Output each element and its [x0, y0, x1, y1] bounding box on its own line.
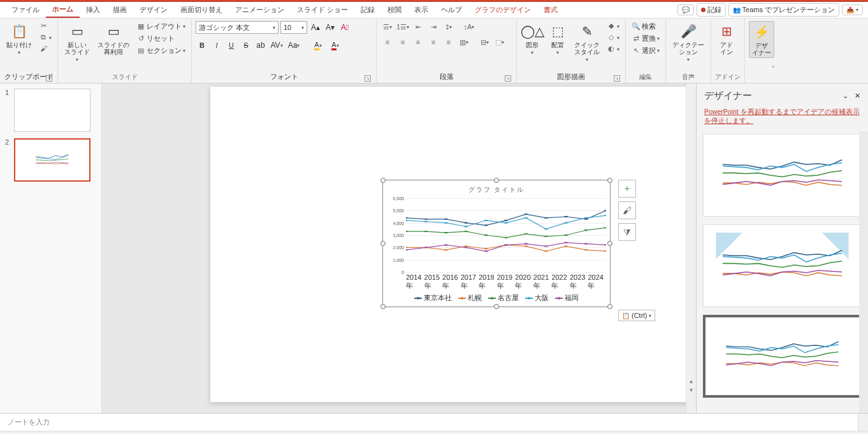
- tab-review[interactable]: 校閲: [381, 3, 408, 17]
- copy-button[interactable]: ⧉▾: [37, 33, 54, 43]
- align-right-button[interactable]: ≡: [411, 36, 425, 48]
- designer-button[interactable]: ⚡デザ イナー: [749, 21, 774, 58]
- char-spacing-button[interactable]: AV▾: [269, 39, 284, 52]
- italic-button[interactable]: I: [210, 39, 223, 52]
- highlight-button[interactable]: A▾: [310, 39, 326, 52]
- resize-handle[interactable]: [607, 178, 612, 183]
- cut-button[interactable]: ✂: [37, 21, 54, 31]
- addins-button[interactable]: ⊞アド イン: [715, 21, 738, 57]
- shape-effects-button[interactable]: ◐▾: [605, 44, 621, 54]
- tab-draw[interactable]: 描画: [106, 3, 133, 17]
- comments-button[interactable]: 💬: [677, 4, 694, 15]
- indent-inc-button[interactable]: ⇥: [426, 21, 440, 33]
- select-button[interactable]: ↖選択▾: [630, 45, 662, 56]
- resize-handle[interactable]: [380, 178, 386, 183]
- next-slide-button[interactable]: ▾: [687, 386, 695, 394]
- font-name-combo[interactable]: 游ゴシック 本文▾: [196, 21, 278, 34]
- designer-scrollbar[interactable]: [859, 131, 868, 413]
- tab-view[interactable]: 表示: [408, 3, 435, 17]
- collapse-ribbon-icon[interactable]: ⌄: [770, 62, 776, 69]
- find-button[interactable]: 🔍検索: [630, 21, 662, 32]
- justify-button[interactable]: ≡: [426, 36, 440, 48]
- resize-handle[interactable]: [380, 304, 386, 309]
- dialog-launcher-icon[interactable]: ↘: [614, 75, 620, 82]
- dialog-launcher-icon[interactable]: ↘: [505, 75, 511, 82]
- reset-button[interactable]: ↺リセット: [134, 33, 187, 44]
- bold-button[interactable]: B: [196, 39, 208, 52]
- chart-elements-button[interactable]: ＋: [618, 180, 636, 198]
- vertical-scrollbar[interactable]: [686, 83, 696, 413]
- reuse-slides-button[interactable]: ▭スライドの 再利用: [95, 21, 132, 57]
- bullets-button[interactable]: ☰▾: [380, 21, 394, 33]
- dialog-launcher-icon[interactable]: ↘: [365, 75, 371, 82]
- resize-handle[interactable]: [607, 241, 612, 246]
- tab-file[interactable]: ファイル: [5, 3, 46, 17]
- tab-slideshow[interactable]: スライド ショー: [291, 3, 354, 17]
- align-center-button[interactable]: ≡: [396, 36, 410, 48]
- chart-title[interactable]: グラフ タイトル: [387, 184, 606, 196]
- align-text-button[interactable]: ⊟▾: [477, 36, 491, 48]
- tab-animation[interactable]: アニメーション: [229, 3, 291, 17]
- increase-font-button[interactable]: A▴: [309, 21, 322, 34]
- replace-button[interactable]: ⇄置換▾: [630, 33, 662, 44]
- change-case-button[interactable]: Aa▾: [286, 39, 301, 52]
- columns-button[interactable]: ▥▾: [457, 36, 471, 48]
- new-slide-button[interactable]: ▭新しい スライド▾: [62, 21, 92, 64]
- tab-record[interactable]: 記録: [354, 3, 381, 17]
- designer-restart-link[interactable]: PowerPoint を再起動するまでアイデアの候補表示を停止します。: [697, 106, 868, 131]
- tab-transition[interactable]: 画面切り替え: [174, 3, 229, 17]
- paste-button[interactable]: 📋 貼り付け ▾: [4, 21, 34, 57]
- prev-slide-button[interactable]: ▴: [687, 377, 695, 385]
- chart-object[interactable]: グラフ タイトル 01,0002,0003,0004,0005,0006,000…: [382, 180, 611, 307]
- paste-options-button[interactable]: 📋 (Ctrl) ▾: [618, 310, 655, 321]
- shadow-button[interactable]: ab: [254, 39, 267, 52]
- tab-design[interactable]: デザイン: [133, 3, 174, 17]
- line-spacing-button[interactable]: ‡▾: [442, 21, 456, 33]
- dictate-button[interactable]: 🎤ディクテー ション▾: [670, 21, 707, 64]
- slide[interactable]: グラフ タイトル 01,0002,0003,0004,0005,0006,000…: [210, 87, 696, 402]
- numbering-button[interactable]: 1☰▾: [396, 21, 410, 33]
- tab-format[interactable]: 書式: [537, 3, 564, 17]
- tab-chart-design[interactable]: グラフのデザイン: [468, 3, 537, 17]
- arrange-button[interactable]: ⬚配置▾: [546, 21, 569, 57]
- shape-outline-button[interactable]: ◇▾: [605, 33, 621, 43]
- tab-insert[interactable]: 挿入: [80, 3, 106, 17]
- teams-present-button[interactable]: 👥 Teams でプレゼンテーション: [728, 3, 839, 17]
- share-button[interactable]: 📤 ▾: [842, 4, 863, 15]
- font-color-button[interactable]: A▾: [328, 39, 343, 52]
- quick-styles-button[interactable]: ✎クイック スタイル▾: [572, 21, 602, 64]
- resize-handle[interactable]: [494, 178, 499, 183]
- notes-scrollbar[interactable]: [858, 414, 868, 431]
- text-direction-button[interactable]: ↕A▾: [462, 21, 476, 33]
- chevron-down-icon[interactable]: ⌄: [843, 92, 848, 100]
- tab-home[interactable]: ホーム: [46, 2, 80, 18]
- close-icon[interactable]: ✕: [855, 92, 860, 100]
- distribute-button[interactable]: ≡: [442, 36, 456, 48]
- tab-help[interactable]: ヘルプ: [435, 3, 468, 17]
- underline-button[interactable]: U: [225, 39, 238, 52]
- format-painter-button[interactable]: 🖌: [37, 44, 54, 54]
- chart-styles-button[interactable]: 🖌: [618, 201, 636, 219]
- shape-fill-button[interactable]: ◆▾: [605, 21, 621, 31]
- align-left-button[interactable]: ≡: [380, 36, 394, 48]
- strike-button[interactable]: S: [240, 39, 252, 52]
- design-suggestion-2[interactable]: [703, 224, 862, 307]
- layout-button[interactable]: ▦レイアウト▾: [134, 21, 187, 32]
- font-size-combo[interactable]: 10▾: [280, 21, 307, 34]
- indent-dec-button[interactable]: ⇤: [411, 21, 425, 33]
- slide-thumb-2[interactable]: [14, 138, 90, 182]
- chart-filter-button[interactable]: ⧩: [618, 223, 636, 241]
- record-button[interactable]: 記録: [697, 3, 726, 17]
- design-suggestion-1[interactable]: [703, 134, 862, 217]
- section-button[interactable]: ▤セクション▾: [134, 45, 187, 56]
- decrease-font-button[interactable]: A▾: [324, 21, 336, 34]
- resize-handle[interactable]: [494, 304, 499, 309]
- dialog-launcher-icon[interactable]: ↘: [46, 75, 52, 82]
- resize-handle[interactable]: [380, 241, 386, 246]
- shapes-button[interactable]: ◯△図形▾: [521, 21, 544, 57]
- slide-thumb-1[interactable]: [14, 89, 90, 132]
- clear-format-button[interactable]: A⃠: [338, 21, 351, 34]
- design-suggestion-3[interactable]: [703, 315, 862, 398]
- notes-placeholder[interactable]: ノートを入力: [0, 414, 868, 431]
- resize-handle[interactable]: [607, 304, 612, 309]
